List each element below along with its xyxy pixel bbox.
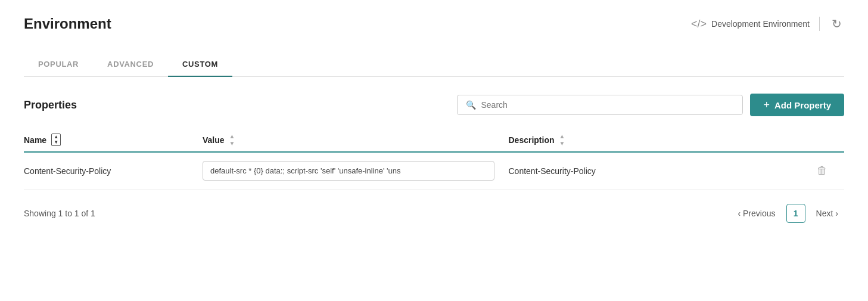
add-property-button[interactable]: + Add Property bbox=[750, 94, 844, 116]
toolbar: Properties 🔍 + Add Property bbox=[24, 94, 844, 116]
sort-up-icon: ▲ bbox=[54, 135, 58, 139]
delete-button[interactable]: 🗑 bbox=[814, 162, 830, 179]
cell-actions: 🗑 bbox=[814, 162, 844, 179]
showing-text: Showing 1 to 1 of 1 bbox=[24, 209, 95, 218]
cell-name: Content-Security-Policy bbox=[24, 166, 203, 176]
code-icon: </> bbox=[691, 18, 707, 30]
th-value: Value ▲ ▼ bbox=[203, 133, 509, 147]
th-description: Description ▲ ▼ bbox=[509, 133, 815, 147]
page-title: Environment bbox=[24, 15, 111, 32]
tab-advanced[interactable]: ADVANCED bbox=[93, 52, 168, 77]
sort-down-icon: ▼ bbox=[559, 140, 565, 147]
next-button[interactable]: Next › bbox=[810, 205, 844, 222]
value-field[interactable]: default-src * {0} data:; script-src 'sel… bbox=[203, 161, 494, 181]
refresh-button[interactable]: ↻ bbox=[829, 14, 844, 33]
plus-icon: + bbox=[763, 100, 770, 110]
search-icon: 🔍 bbox=[466, 100, 476, 110]
vertical-divider bbox=[819, 17, 820, 31]
sort-down-icon: ▼ bbox=[229, 140, 235, 147]
page-controls: ‹ Previous 1 Next › bbox=[732, 204, 844, 223]
sort-down-icon: ▼ bbox=[54, 140, 58, 145]
add-button-label: Add Property bbox=[774, 100, 831, 110]
sort-up-icon: ▲ bbox=[559, 133, 565, 139]
chevron-left-icon: ‹ bbox=[738, 209, 741, 218]
pagination: Showing 1 to 1 of 1 ‹ Previous 1 Next › bbox=[24, 204, 844, 223]
search-box: 🔍 bbox=[457, 95, 743, 115]
th-name: Name ▲ ▼ bbox=[24, 134, 203, 146]
refresh-icon: ↻ bbox=[832, 17, 842, 30]
previous-button[interactable]: ‹ Previous bbox=[732, 205, 781, 222]
tab-custom[interactable]: CUSTOM bbox=[168, 52, 232, 77]
tabs-bar: POPULAR ADVANCED CUSTOM bbox=[24, 52, 844, 77]
header-right: </> Development Environment ↻ bbox=[691, 14, 844, 33]
properties-table: Name ▲ ▼ Value ▲ ▼ Description ▲ ▼ bbox=[24, 128, 844, 190]
trash-icon: 🗑 bbox=[817, 165, 827, 176]
sort-name-button[interactable]: ▲ ▼ bbox=[51, 134, 61, 146]
sort-desc-button[interactable]: ▲ ▼ bbox=[559, 133, 565, 147]
toolbar-right: 🔍 + Add Property bbox=[457, 94, 844, 116]
sort-value-button[interactable]: ▲ ▼ bbox=[229, 133, 235, 147]
header: Environment </> Development Environment … bbox=[24, 14, 844, 33]
env-label-text: Development Environment bbox=[711, 19, 810, 29]
table-row: Content-Security-Policy default-src * {0… bbox=[24, 153, 844, 190]
tab-popular[interactable]: POPULAR bbox=[24, 52, 93, 77]
cell-value: default-src * {0} data:; script-src 'sel… bbox=[203, 161, 509, 181]
search-input[interactable] bbox=[481, 100, 734, 110]
cell-description: Content-Security-Policy bbox=[509, 166, 815, 176]
current-page[interactable]: 1 bbox=[786, 204, 805, 223]
table-header: Name ▲ ▼ Value ▲ ▼ Description ▲ ▼ bbox=[24, 128, 844, 153]
chevron-right-icon: › bbox=[835, 209, 838, 218]
env-label: </> Development Environment bbox=[691, 18, 810, 30]
section-title: Properties bbox=[24, 99, 77, 111]
sort-up-icon: ▲ bbox=[229, 133, 235, 139]
